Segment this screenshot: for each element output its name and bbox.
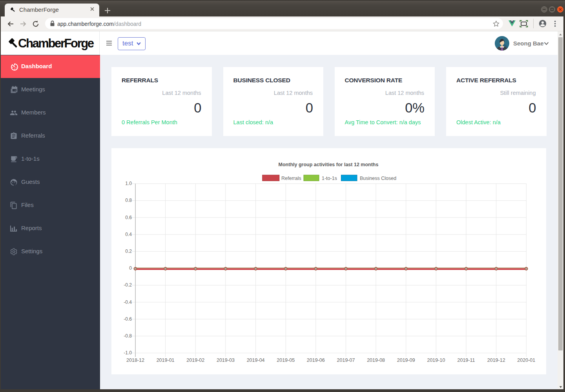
svg-text:0.6: 0.6 xyxy=(125,214,132,220)
svg-text:1-to-1s: 1-to-1s xyxy=(322,176,337,181)
svg-text:-0.2: -0.2 xyxy=(124,282,132,288)
svg-text:2019-09: 2019-09 xyxy=(397,358,415,363)
svg-text:2019-04: 2019-04 xyxy=(247,358,265,363)
svg-text:2019-02: 2019-02 xyxy=(186,358,204,363)
svg-text:2019-01: 2019-01 xyxy=(157,358,175,363)
svg-text:2019-07: 2019-07 xyxy=(337,358,355,363)
svg-text:-0.8: -0.8 xyxy=(124,333,132,339)
svg-text:-0.4: -0.4 xyxy=(124,299,132,305)
svg-text:0: 0 xyxy=(129,265,132,271)
svg-text:2019-03: 2019-03 xyxy=(217,358,235,363)
svg-text:-0.6: -0.6 xyxy=(124,316,132,321)
svg-text:1.0: 1.0 xyxy=(125,181,132,186)
svg-text:2020-01: 2020-01 xyxy=(517,358,535,363)
svg-text:0.8: 0.8 xyxy=(125,198,132,203)
svg-text:2019-05: 2019-05 xyxy=(277,358,295,363)
svg-text:2019-06: 2019-06 xyxy=(307,358,325,363)
svg-text:Monthly group activities for l: Monthly group activities for last 12 mon… xyxy=(279,162,379,167)
svg-text:2019-12: 2019-12 xyxy=(487,358,505,363)
svg-text:0.4: 0.4 xyxy=(125,231,132,237)
svg-text:Referrals: Referrals xyxy=(281,176,301,181)
svg-text:2019-10: 2019-10 xyxy=(427,358,445,363)
svg-text:-1.0: -1.0 xyxy=(124,350,132,356)
svg-text:2019-11: 2019-11 xyxy=(457,358,475,363)
svg-text:0.2: 0.2 xyxy=(125,249,132,254)
svg-text:2019-08: 2019-08 xyxy=(367,358,385,363)
svg-text:2018-12: 2018-12 xyxy=(126,358,144,363)
svg-text:Business Closed: Business Closed xyxy=(360,176,396,181)
